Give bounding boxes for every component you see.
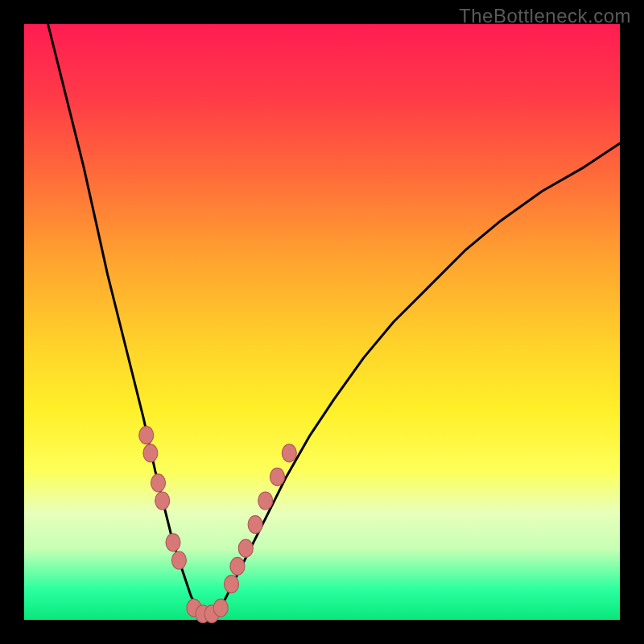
series-right-curve — [218, 143, 621, 614]
data-marker — [230, 557, 245, 575]
data-marker — [143, 444, 158, 462]
series-left-curve — [48, 24, 200, 614]
data-marker — [155, 492, 170, 510]
data-marker — [248, 516, 262, 534]
data-marker — [139, 427, 154, 444]
data-marker — [225, 576, 239, 593]
data-marker — [238, 539, 253, 557]
chart-svg — [24, 24, 620, 620]
data-marker — [171, 551, 186, 569]
data-marker — [270, 468, 285, 485]
chart-frame: TheBottleneck.com — [0, 0, 644, 644]
series-group — [48, 24, 620, 614]
marker-group — [139, 427, 297, 623]
data-marker — [151, 474, 166, 492]
data-marker — [282, 444, 296, 462]
data-marker — [213, 599, 228, 617]
data-marker — [258, 492, 273, 510]
plot-area — [24, 24, 620, 620]
data-marker — [166, 534, 180, 551]
